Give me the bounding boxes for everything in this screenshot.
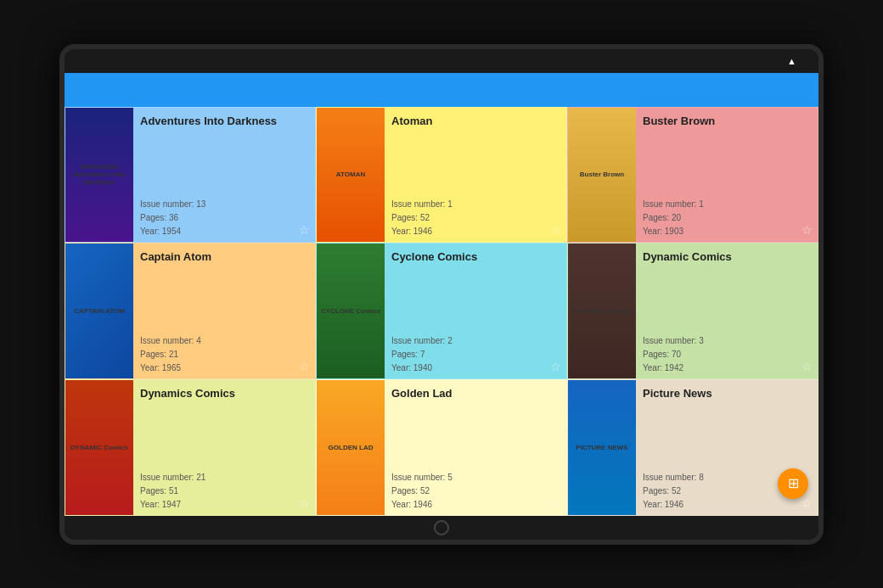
star-icon-2[interactable]: ☆ [550,223,561,237]
cover-placeholder-4: CAPTAIN ATOM [65,244,133,378]
star-icon-1[interactable]: ☆ [299,223,310,237]
star-icon-8[interactable]: ☆ [550,496,561,510]
comic-info-6: Dynamic Comics Issue number: 3 Pages: 70… [636,244,818,378]
comic-info-4: Captain Atom Issue number: 4 Pages: 21 Y… [133,244,315,378]
comic-title-2: Atoman [391,115,560,128]
tablet-bezel-bottom [65,516,818,540]
tablet: ▲ DARKNESS Adventures Into Darkness Adve… [59,44,824,545]
comic-cover-5: CYCLONE Comics [317,244,385,378]
comic-meta-7: Issue number: 21 Pages: 51 Year: 1947 [140,471,308,512]
star-icon-9[interactable]: ☆ [801,496,813,510]
comic-card-4[interactable]: CAPTAIN ATOM Captain Atom Issue number: … [65,243,316,379]
cover-placeholder-2: ATOMAN [317,108,385,243]
cover-placeholder-7: DYNAMIC Comics [65,380,133,515]
cover-placeholder-8: GOLDEN LAD [317,380,385,515]
comic-cover-8: GOLDEN LAD [317,380,385,515]
comic-meta-2: Issue number: 1 Pages: 52 Year: 1946 [391,198,560,238]
comic-info-8: Golden Lad Issue number: 5 Pages: 52 Yea… [385,380,566,515]
tablet-bezel-top: ▲ [65,49,818,73]
star-icon-5[interactable]: ☆ [550,360,561,373]
fab-button[interactable]: ⊞ [778,468,808,499]
comic-cover-4: CAPTAIN ATOM [65,244,133,378]
cover-placeholder-9: PICTURE NEWS [568,380,636,515]
comic-cover-2: ATOMAN [317,108,385,243]
fab-icon: ⊞ [788,475,799,491]
comic-meta-3: Issue number: 1 Pages: 20 Year: 1903 [643,198,811,238]
comic-card-2[interactable]: ATOMAN Atoman Issue number: 1 Pages: 52 … [316,107,567,244]
comic-cover-6: DYNAMIC Comics [568,244,636,378]
comic-meta-6: Issue number: 3 Pages: 70 Year: 1942 [643,334,811,375]
comic-title-3: Buster Brown [643,115,811,128]
comic-meta-5: Issue number: 2 Pages: 7 Year: 1940 [391,334,560,375]
comic-card-6[interactable]: DYNAMIC Comics Dynamic Comics Issue numb… [567,243,818,379]
comic-card-1[interactable]: DARKNESS Adventures Into Darkness Advent… [65,107,316,244]
comic-info-2: Atoman Issue number: 1 Pages: 52 Year: 1… [385,108,566,243]
comic-title-5: Cyclone Comics [391,250,560,264]
star-icon-6[interactable]: ☆ [801,360,813,373]
comic-card-5[interactable]: CYCLONE Comics Cyclone Comics Issue numb… [316,243,567,379]
wifi-icon: ▲ [787,56,796,66]
comic-info-5: Cyclone Comics Issue number: 2 Pages: 7 … [385,244,566,378]
comic-cover-1: DARKNESS Adventures Into Darkness [65,108,133,243]
cover-placeholder-5: CYCLONE Comics [317,244,385,378]
comic-meta-1: Issue number: 13 Pages: 36 Year: 1954 [140,198,308,238]
comic-title-1: Adventures Into Darkness [140,115,308,128]
home-button[interactable] [434,520,449,535]
comic-info-7: Dynamics Comics Issue number: 21 Pages: … [133,380,315,515]
comic-card-9[interactable]: PICTURE NEWS Picture News Issue number: … [567,379,818,516]
comic-title-9: Picture News [643,387,811,400]
app-bar [65,73,818,107]
comic-card-3[interactable]: Buster Brown Buster Brown Issue number: … [567,107,818,244]
comic-title-4: Captain Atom [140,250,308,264]
comic-cover-9: PICTURE NEWS [568,380,636,515]
cover-placeholder-3: Buster Brown [568,108,636,243]
comic-info-1: Adventures Into Darkness Issue number: 1… [133,108,315,243]
comic-meta-4: Issue number: 4 Pages: 21 Year: 1965 [140,334,308,375]
comic-title-7: Dynamics Comics [140,387,308,400]
comic-info-3: Buster Brown Issue number: 1 Pages: 20 Y… [636,108,818,243]
star-icon-3[interactable]: ☆ [801,223,813,237]
comic-card-7[interactable]: DYNAMIC Comics Dynamics Comics Issue num… [65,379,316,516]
comics-grid: DARKNESS Adventures Into Darkness Advent… [65,107,818,516]
comic-title-8: Golden Lad [391,387,560,400]
star-icon-7[interactable]: ☆ [299,496,310,510]
comic-title-6: Dynamic Comics [643,250,811,264]
comic-cover-3: Buster Brown [568,108,636,243]
screen: DARKNESS Adventures Into Darkness Advent… [65,73,818,516]
cover-placeholder-6: DYNAMIC Comics [568,244,636,378]
star-icon-4[interactable]: ☆ [299,360,310,373]
comic-cover-7: DYNAMIC Comics [65,380,133,515]
cover-placeholder-1: DARKNESS Adventures Into Darkness [65,108,133,243]
comic-meta-8: Issue number: 5 Pages: 52 Year: 1946 [391,471,560,512]
comic-card-8[interactable]: GOLDEN LAD Golden Lad Issue number: 5 Pa… [316,379,567,516]
